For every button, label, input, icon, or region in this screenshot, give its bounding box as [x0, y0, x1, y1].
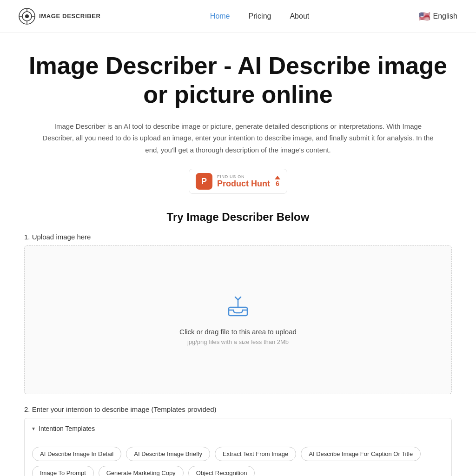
logo-text: IMAGE DESCRIBER	[39, 13, 101, 20]
intention-label: 2. Enter your intention to describe imag…	[24, 405, 452, 413]
upload-main-text: Click or drag file to this area to uploa…	[179, 328, 297, 336]
ph-name-label: Product Hunt	[217, 179, 270, 189]
lang-label: English	[433, 12, 457, 20]
upload-area[interactable]: Click or drag file to this area to uploa…	[24, 245, 452, 394]
main-content: Image Describer - AI Describe image or p…	[0, 33, 476, 476]
ph-text: FIND US ON Product Hunt	[217, 174, 270, 189]
chevron-down-icon: ▾	[32, 425, 35, 432]
ph-upvote-icon	[275, 176, 280, 179]
logo[interactable]: IMAGE DESCRIBER	[19, 8, 101, 25]
main-nav: Home Pricing About	[210, 12, 309, 20]
nav-pricing[interactable]: Pricing	[249, 12, 271, 20]
intention-box: ▾ Intention Templates AI Describe Image …	[24, 418, 452, 476]
hero-description: Image Describer is an AI tool to describ…	[38, 120, 438, 156]
nav-about[interactable]: About	[290, 12, 309, 20]
try-section-title: Try Image Describer Below	[24, 211, 452, 224]
product-hunt-badge[interactable]: P FIND US ON Product Hunt 6	[182, 169, 294, 194]
ph-logo-icon: P	[196, 173, 212, 190]
upload-sub-text: jpg/png files with a size less than 2Mb	[187, 338, 289, 345]
ph-votes-area: 6	[275, 176, 280, 187]
language-selector[interactable]: 🇺🇸 English	[419, 11, 457, 22]
hero-title: Image Describer - AI Describe image or p…	[24, 51, 452, 109]
flag-icon: 🇺🇸	[419, 11, 430, 22]
svg-point-2	[25, 14, 29, 18]
logo-icon	[19, 8, 35, 25]
tag-object-recognition[interactable]: Object Recognition	[188, 466, 255, 476]
tag-image-to-prompt[interactable]: Image To Prompt	[32, 466, 94, 476]
header: IMAGE DESCRIBER Home Pricing About 🇺🇸 En…	[0, 0, 476, 33]
tag-caption-title[interactable]: AI Describe Image For Caption Or Title	[301, 447, 421, 461]
nav-home[interactable]: Home	[210, 12, 230, 20]
upload-label: 1. Upload image here	[24, 233, 452, 241]
svg-rect-7	[229, 307, 247, 316]
tag-marketing-copy[interactable]: Generate Marketing Copy	[99, 466, 184, 476]
ph-vote-count: 6	[276, 180, 279, 187]
ph-find-us-label: FIND US ON	[217, 174, 270, 179]
tag-extract-text[interactable]: Extract Text From Image	[215, 447, 296, 461]
intention-header[interactable]: ▾ Intention Templates	[25, 418, 451, 439]
tag-describe-in-detail[interactable]: AI Describe Image In Detail	[32, 447, 121, 461]
intention-tags: AI Describe Image In Detail AI Describe …	[25, 439, 451, 476]
intention-header-label: Intention Templates	[39, 425, 95, 432]
tag-describe-briefly[interactable]: AI Describe Image Briefly	[126, 447, 210, 461]
upload-icon	[226, 294, 250, 320]
